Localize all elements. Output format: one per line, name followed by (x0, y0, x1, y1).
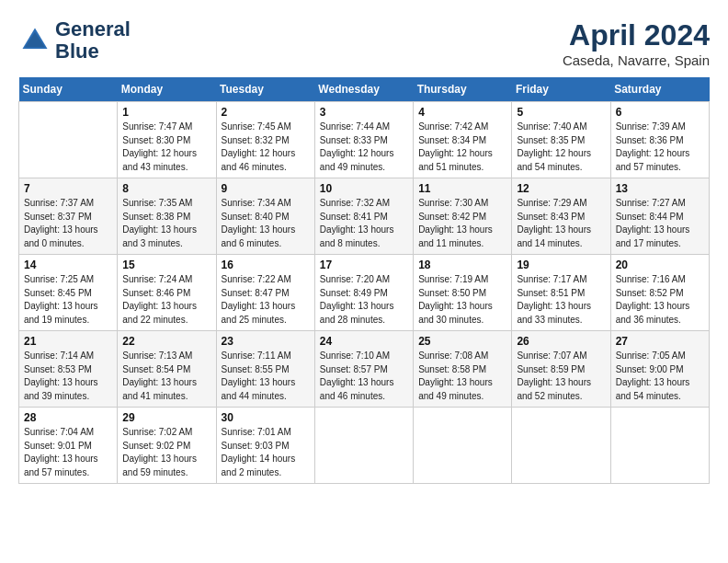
calendar-cell: 2Sunrise: 7:45 AM Sunset: 8:32 PM Daylig… (216, 102, 314, 178)
day-info: Sunrise: 7:14 AM Sunset: 8:53 PM Dayligh… (24, 350, 112, 403)
day-number: 7 (24, 182, 112, 195)
day-info: Sunrise: 7:24 AM Sunset: 8:46 PM Dayligh… (122, 273, 210, 327)
day-info: Sunrise: 7:17 AM Sunset: 8:51 PM Dayligh… (517, 273, 605, 327)
weekday-header-row: SundayMondayTuesdayWednesdayThursdayFrid… (19, 77, 710, 102)
day-info: Sunrise: 7:05 AM Sunset: 9:00 PM Dayligh… (616, 350, 704, 403)
calendar-cell: 7Sunrise: 7:37 AM Sunset: 8:37 PM Daylig… (19, 178, 118, 255)
day-number: 29 (122, 411, 210, 424)
day-number: 23 (222, 335, 310, 348)
calendar-cell (314, 408, 413, 484)
calendar-cell: 24Sunrise: 7:10 AM Sunset: 8:57 PM Dayli… (314, 331, 413, 408)
calendar-cell: 18Sunrise: 7:19 AM Sunset: 8:50 PM Dayli… (414, 255, 512, 331)
day-number: 28 (24, 411, 112, 424)
calendar-cell: 11Sunrise: 7:30 AM Sunset: 8:42 PM Dayli… (414, 178, 512, 255)
day-number: 21 (24, 335, 112, 348)
calendar-week-row: 14Sunrise: 7:25 AM Sunset: 8:45 PM Dayli… (19, 255, 710, 331)
calendar-week-row: 1Sunrise: 7:47 AM Sunset: 8:30 PM Daylig… (19, 102, 710, 178)
day-info: Sunrise: 7:16 AM Sunset: 8:52 PM Dayligh… (616, 273, 704, 327)
day-info: Sunrise: 7:47 AM Sunset: 8:30 PM Dayligh… (122, 121, 210, 174)
day-number: 18 (418, 259, 506, 271)
day-number: 1 (122, 106, 210, 119)
calendar-cell: 20Sunrise: 7:16 AM Sunset: 8:52 PM Dayli… (610, 255, 709, 331)
day-info: Sunrise: 7:44 AM Sunset: 8:33 PM Dayligh… (320, 121, 408, 174)
calendar-cell (414, 408, 512, 484)
calendar-cell: 10Sunrise: 7:32 AM Sunset: 8:41 PM Dayli… (314, 178, 413, 255)
day-info: Sunrise: 7:02 AM Sunset: 9:02 PM Dayligh… (122, 426, 210, 479)
day-number: 9 (222, 182, 310, 195)
weekday-header-tuesday: Tuesday (216, 77, 314, 102)
day-number: 22 (122, 335, 210, 348)
calendar-cell: 21Sunrise: 7:14 AM Sunset: 8:53 PM Dayli… (19, 331, 118, 408)
day-info: Sunrise: 7:04 AM Sunset: 9:01 PM Dayligh… (24, 426, 112, 479)
calendar-cell: 1Sunrise: 7:47 AM Sunset: 8:30 PM Daylig… (118, 102, 216, 178)
day-info: Sunrise: 7:37 AM Sunset: 8:37 PM Dayligh… (24, 197, 112, 250)
calendar-cell: 28Sunrise: 7:04 AM Sunset: 9:01 PM Dayli… (19, 408, 118, 484)
calendar-cell: 3Sunrise: 7:44 AM Sunset: 8:33 PM Daylig… (314, 102, 413, 178)
day-info: Sunrise: 7:19 AM Sunset: 8:50 PM Dayligh… (418, 273, 506, 327)
calendar-week-row: 7Sunrise: 7:37 AM Sunset: 8:37 PM Daylig… (19, 178, 710, 255)
calendar-week-row: 28Sunrise: 7:04 AM Sunset: 9:01 PM Dayli… (19, 408, 710, 484)
weekday-header-friday: Friday (512, 77, 610, 102)
day-info: Sunrise: 7:34 AM Sunset: 8:40 PM Dayligh… (222, 197, 310, 250)
day-number: 6 (616, 106, 704, 119)
day-number: 13 (616, 182, 704, 195)
day-info: Sunrise: 7:20 AM Sunset: 8:49 PM Dayligh… (320, 273, 408, 327)
day-info: Sunrise: 7:07 AM Sunset: 8:59 PM Dayligh… (517, 350, 605, 403)
day-number: 12 (517, 182, 605, 195)
location: Caseda, Navarre, Spain (563, 52, 710, 68)
calendar-cell: 12Sunrise: 7:29 AM Sunset: 8:43 PM Dayli… (512, 178, 610, 255)
day-info: Sunrise: 7:45 AM Sunset: 8:32 PM Dayligh… (222, 121, 310, 174)
day-info: Sunrise: 7:10 AM Sunset: 8:57 PM Dayligh… (320, 350, 408, 403)
day-number: 26 (517, 335, 605, 348)
day-number: 24 (320, 335, 408, 348)
calendar-cell: 13Sunrise: 7:27 AM Sunset: 8:44 PM Dayli… (610, 178, 709, 255)
weekday-header-sunday: Sunday (19, 77, 118, 102)
day-number: 16 (222, 259, 310, 271)
day-number: 5 (517, 106, 605, 119)
calendar-cell: 26Sunrise: 7:07 AM Sunset: 8:59 PM Dayli… (512, 331, 610, 408)
calendar-cell: 17Sunrise: 7:20 AM Sunset: 8:49 PM Dayli… (314, 255, 413, 331)
calendar-cell: 25Sunrise: 7:08 AM Sunset: 8:58 PM Dayli… (414, 331, 512, 408)
day-number: 17 (320, 259, 408, 271)
calendar-cell (19, 102, 118, 178)
day-info: Sunrise: 7:08 AM Sunset: 8:58 PM Dayligh… (418, 350, 506, 403)
day-info: Sunrise: 7:13 AM Sunset: 8:54 PM Dayligh… (122, 350, 210, 403)
calendar-cell: 19Sunrise: 7:17 AM Sunset: 8:51 PM Dayli… (512, 255, 610, 331)
weekday-header-thursday: Thursday (414, 77, 512, 102)
day-info: Sunrise: 7:25 AM Sunset: 8:45 PM Dayligh… (24, 273, 112, 327)
calendar-cell: 27Sunrise: 7:05 AM Sunset: 9:00 PM Dayli… (610, 331, 709, 408)
day-info: Sunrise: 7:40 AM Sunset: 8:35 PM Dayligh… (517, 121, 605, 174)
calendar-cell: 9Sunrise: 7:34 AM Sunset: 8:40 PM Daylig… (216, 178, 314, 255)
day-number: 4 (418, 106, 506, 119)
day-number: 10 (320, 182, 408, 195)
calendar-cell: 23Sunrise: 7:11 AM Sunset: 8:55 PM Dayli… (216, 331, 314, 408)
day-info: Sunrise: 7:27 AM Sunset: 8:44 PM Dayligh… (616, 197, 704, 250)
day-number: 15 (122, 259, 210, 271)
logo-icon (18, 24, 51, 57)
calendar-cell: 6Sunrise: 7:39 AM Sunset: 8:36 PM Daylig… (610, 102, 709, 178)
day-info: Sunrise: 7:39 AM Sunset: 8:36 PM Dayligh… (616, 121, 704, 174)
calendar-week-row: 21Sunrise: 7:14 AM Sunset: 8:53 PM Dayli… (19, 331, 710, 408)
day-number: 19 (517, 259, 605, 271)
calendar-cell: 8Sunrise: 7:35 AM Sunset: 8:38 PM Daylig… (118, 178, 216, 255)
calendar-cell (512, 408, 610, 484)
logo: General Blue (18, 18, 131, 63)
calendar-cell: 14Sunrise: 7:25 AM Sunset: 8:45 PM Dayli… (19, 255, 118, 331)
day-number: 3 (320, 106, 408, 119)
day-number: 11 (418, 182, 506, 195)
day-info: Sunrise: 7:42 AM Sunset: 8:34 PM Dayligh… (418, 121, 506, 174)
day-info: Sunrise: 7:30 AM Sunset: 8:42 PM Dayligh… (418, 197, 506, 250)
calendar-cell: 30Sunrise: 7:01 AM Sunset: 9:03 PM Dayli… (216, 408, 314, 484)
day-number: 14 (24, 259, 112, 271)
calendar-cell: 29Sunrise: 7:02 AM Sunset: 9:02 PM Dayli… (118, 408, 216, 484)
day-info: Sunrise: 7:35 AM Sunset: 8:38 PM Dayligh… (122, 197, 210, 250)
calendar-cell: 16Sunrise: 7:22 AM Sunset: 8:47 PM Dayli… (216, 255, 314, 331)
calendar-cell: 5Sunrise: 7:40 AM Sunset: 8:35 PM Daylig… (512, 102, 610, 178)
day-info: Sunrise: 7:29 AM Sunset: 8:43 PM Dayligh… (517, 197, 605, 250)
weekday-header-wednesday: Wednesday (314, 77, 413, 102)
page-header: General Blue April 2024 Caseda, Navarre,… (18, 18, 710, 68)
calendar-table: SundayMondayTuesdayWednesdayThursdayFrid… (18, 77, 710, 484)
day-info: Sunrise: 7:01 AM Sunset: 9:03 PM Dayligh… (222, 426, 310, 479)
day-number: 25 (418, 335, 506, 348)
logo-text: General Blue (55, 18, 131, 63)
